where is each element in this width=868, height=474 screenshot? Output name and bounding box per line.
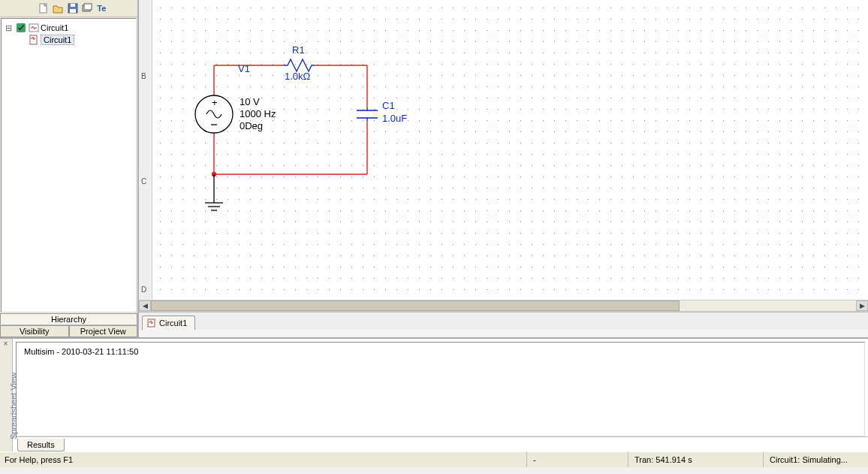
tab-visibility[interactable]: Visibility [0,325,69,337]
spreadsheet-content[interactable]: Multisim - 2010-03-21 11:11:50 [16,342,865,436]
c1-value: 1.0uF [382,113,407,124]
sidebar-toolbar: Te [0,0,137,17]
status-simulation: Circuit1: Simulating... [763,452,868,467]
svg-rect-3 [70,9,76,13]
ruler-mark-c: C [141,177,146,186]
design-tree[interactable]: ⊟ Circuit1 Circuit1 [1,18,137,312]
open-folder-icon[interactable] [52,2,63,14]
tab-project-view[interactable]: Project View [69,325,138,337]
spreadsheet-label: Spreadsheet View [9,373,18,439]
tree-child-label: Circuit1 [41,35,74,45]
svg-text:+: + [212,97,218,108]
tab-hierarchy[interactable]: Hierarchy [0,313,137,325]
status-dash: - [526,452,628,467]
ruler-mark-b: B [141,72,146,80]
v1-voltage: 10 V [240,96,260,107]
schematic-canvas[interactable]: + V1 10 V 1000 Hz 0Deg R1 1.0kΩ [152,0,868,300]
text-tool-icon[interactable]: Te [96,2,107,14]
close-icon[interactable]: × [0,339,11,349]
tree-root-row[interactable]: ⊟ Circuit1 [3,22,134,34]
tab-results[interactable]: Results [17,439,65,451]
status-bar: For Help, press F1 - Tran: 541.914 s Cir… [0,451,868,467]
scroll-thumb[interactable] [151,300,680,311]
tree-root-label: Circuit1 [41,23,68,32]
circuit-root-icon [29,23,39,33]
status-transient: Tran: 541.914 s [628,452,763,467]
component-v1[interactable]: + V1 10 V 1000 Hz 0Deg [195,63,276,133]
canvas-hscroll[interactable]: ◀ ▶ [139,300,868,312]
scroll-left-icon[interactable]: ◀ [139,300,151,311]
status-help: For Help, press F1 [0,452,420,467]
schematic-workspace: B C D [139,0,868,337]
circuit-tab-icon [147,319,156,328]
r1-name: R1 [292,44,305,56]
svg-rect-2 [71,4,75,7]
doc-tab-circuit1[interactable]: Circuit1 [142,315,195,330]
circuit-doc-icon [29,35,39,45]
spreadsheet-panel: × Spreadsheet View Multisim - 2010-03-21… [0,337,868,451]
v1-name: V1 [238,63,250,74]
v1-freq: 1000 Hz [240,108,276,119]
save-icon[interactable] [67,2,78,14]
scroll-track[interactable] [151,300,856,311]
tree-root-checkbox[interactable] [17,23,26,32]
design-sidebar: Te ⊟ Circuit1 Circuit1 Hierarchy Visibil… [0,0,139,337]
tree-collapse-icon[interactable]: ⊟ [3,23,14,33]
circuit-schematic[interactable]: + V1 10 V 1000 Hz 0Deg R1 1.0kΩ [152,0,868,300]
tree-child-row[interactable]: Circuit1 [3,34,134,46]
spreadsheet-log-line: Multisim - 2010-03-21 11:11:50 [24,347,138,356]
scroll-right-icon[interactable]: ▶ [856,300,868,311]
document-tabs: Circuit1 [139,312,868,330]
vertical-ruler: B C D [139,0,152,300]
window-icon[interactable] [81,2,92,14]
doc-tab-label: Circuit1 [159,319,187,328]
spreadsheet-sidebar: × Spreadsheet View [0,339,13,451]
svg-rect-5 [84,4,92,10]
component-c1[interactable]: C1 1.0uF [357,100,407,124]
new-file-icon[interactable] [38,2,49,14]
r1-value: 1.0kΩ [285,71,311,82]
v1-phase: 0Deg [240,120,263,131]
c1-name: C1 [382,100,395,111]
ruler-mark-d: D [141,285,146,294]
component-r1[interactable]: R1 1.0kΩ [284,44,315,82]
